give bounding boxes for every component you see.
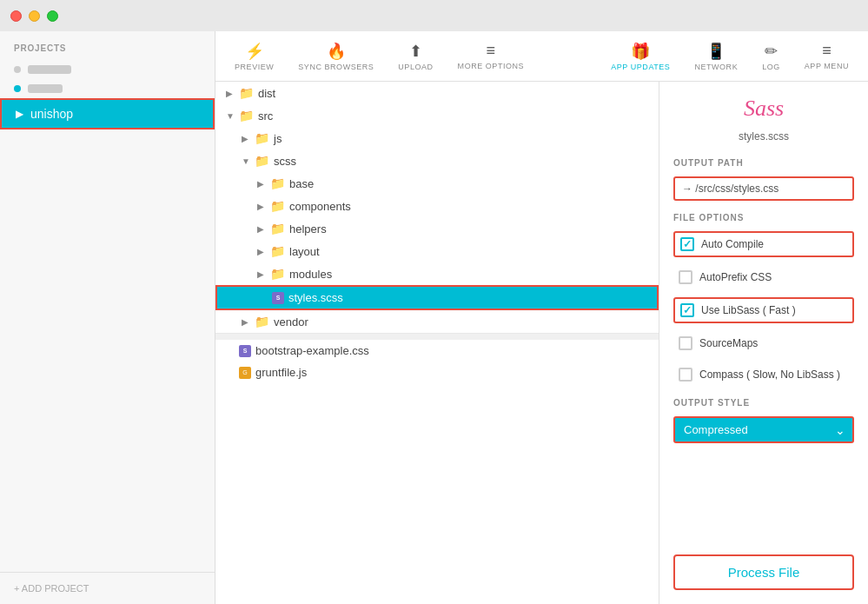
tree-item-name: modules [289,268,332,281]
folder-icon: 📁 [270,176,285,190]
arrow-icon: ▶ [257,269,266,279]
toolbar-log[interactable]: ✏ LOG [750,38,792,75]
sync-icon: 🔥 [327,42,346,61]
arrow-icon: ▶ [257,247,266,256]
close-button[interactable] [10,10,22,22]
folder-icon: 📁 [270,244,285,258]
tree-item-components[interactable]: ▶ 📁 components [215,195,659,217]
checkbox-libsass[interactable]: ✓ Use LibSass ( Fast ) [673,297,854,323]
tree-item-scss[interactable]: ▼ 📁 scss [215,149,659,172]
minimize-button[interactable] [29,10,40,22]
right-panel: Sass styles.scss OUTPUT PATH FILE OPTION… [659,82,868,604]
tree-item-name: src [258,110,273,123]
toolbar-upload[interactable]: ⬆ UPLOAD [386,38,445,75]
app-body: PROJECTS ▶ unishop + ADD PROJECT ⚡ [0,31,868,604]
tree-item-name: styles.scss [288,291,343,304]
more-options-label: MORE OPTIONS [458,62,525,70]
app-menu-label: APP MENU [805,62,849,70]
sidebar-item-equal[interactable] [0,79,215,98]
tree-item-name: dist [258,87,275,100]
sidebar-item-silicor[interactable] [0,60,215,79]
tree-item-name: base [289,177,314,190]
active-project-label: unishop [30,107,73,121]
tree-item-name: helpers [289,222,327,236]
toolbar-more-options[interactable]: ≡ MORE OPTIONS [446,38,537,74]
folder-icon: 📁 [255,131,269,145]
project-dot [14,66,21,73]
folder-icon: 📁 [270,267,285,281]
checkbox-label: Auto Compile [701,238,764,250]
arrow-icon: ▶ [257,224,266,234]
tree-item-name: scss [274,155,296,168]
toolbar-app-updates[interactable]: 🎁 APP UPDATES [599,38,682,75]
upload-label: UPLOAD [398,63,433,71]
bootstrap-icon: S [239,345,251,357]
project-name [28,84,63,93]
checkbox-auto-compile[interactable]: ✓ Auto Compile [673,231,854,257]
file-tree: ▶ 📁 dist ▼ 📁 src ▶ 📁 js ▼ [215,82,659,604]
folder-icon: 📁 [255,154,269,168]
folder-icon: 📁 [255,315,269,329]
tree-item-styles-scss[interactable]: S styles.scss [215,285,659,310]
toolbar: ⚡ PREVIEW 🔥 SYNC BROWSERS ⬆ UPLOAD ≡ MOR… [215,31,868,82]
toolbar-sync-browsers[interactable]: 🔥 SYNC BROWSERS [286,38,386,75]
maximize-button[interactable] [47,10,58,22]
sass-icon: S [272,292,284,304]
checkbox-icon [679,368,692,382]
checkbox-compass[interactable]: Compass ( Slow, No LibSass ) [673,363,854,386]
tree-item-dist[interactable]: ▶ 📁 dist [215,82,659,104]
app-updates-label: APP UPDATES [611,63,670,71]
output-path-label: OUTPUT PATH [673,158,854,168]
tree-item-name: layout [289,245,320,258]
output-style-select[interactable]: Compressed Expanded Compact Nested [673,416,854,443]
project-name [28,65,71,74]
folder-icon: 📁 [270,222,285,236]
tree-item-base[interactable]: ▶ 📁 base [215,172,659,195]
arrow-icon: ▶ [257,202,266,211]
panel-subtitle: styles.scss [673,130,854,143]
output-path-input[interactable] [673,176,854,201]
arrow-icon: ▶ [226,89,235,98]
network-label: NETWORK [694,63,738,71]
toolbar-app-menu[interactable]: ≡ APP MENU [792,38,861,74]
tree-item-bootstrap[interactable]: S bootstrap-example.css [215,340,659,362]
arrow-icon: ▼ [226,111,235,121]
toolbar-preview[interactable]: ⚡ PREVIEW [222,38,286,75]
panel-spacer [673,452,854,546]
project-dot [14,85,21,92]
folder-icon: 📁 [270,199,285,213]
checkmark-icon: ✓ [683,238,692,250]
tree-item-js[interactable]: ▶ 📁 js [215,127,659,149]
tree-item-src[interactable]: ▼ 📁 src [215,104,659,127]
file-options-label: FILE OPTIONS [673,213,854,222]
checkbox-icon: ✓ [680,237,694,251]
sidebar: PROJECTS ▶ unishop + ADD PROJECT [0,31,215,604]
tree-item-name: gruntfile.js [255,366,307,379]
title-bar [0,0,868,31]
tree-item-vendor[interactable]: ▶ 📁 vendor [215,310,659,333]
sync-label: SYNC BROWSERS [298,63,374,71]
checkbox-sourcemaps[interactable]: SourceMaps [673,332,854,355]
sidebar-projects-list: ▶ unishop [0,60,215,572]
tree-item-gruntfile[interactable]: G gruntfile.js [215,362,659,383]
tree-item-layout[interactable]: ▶ 📁 layout [215,240,659,262]
folder-icon: 📁 [239,86,254,100]
toolbar-network[interactable]: 📱 NETWORK [682,38,750,75]
preview-label: PREVIEW [235,63,274,71]
main-content: ⚡ PREVIEW 🔥 SYNC BROWSERS ⬆ UPLOAD ≡ MOR… [215,31,868,604]
checkbox-icon [679,270,692,284]
expand-arrow-icon: ▶ [16,108,23,120]
sidebar-header: PROJECTS [0,31,215,60]
arrow-icon: ▶ [242,317,250,327]
process-file-button[interactable]: Process File [673,554,854,590]
checkbox-icon: ✓ [680,303,694,317]
output-style-wrapper: Compressed Expanded Compact Nested [673,416,854,443]
checkbox-label: Compass ( Slow, No LibSass ) [699,368,840,381]
sidebar-item-unishop[interactable]: ▶ unishop [0,98,215,129]
tree-item-name: vendor [274,315,308,329]
tree-item-name: components [289,200,351,213]
tree-item-modules[interactable]: ▶ 📁 modules [215,262,659,285]
checkbox-autoprefix[interactable]: AutoPrefix CSS [673,266,854,289]
add-project-button[interactable]: + ADD PROJECT [0,572,215,604]
tree-item-helpers[interactable]: ▶ 📁 helpers [215,217,659,240]
